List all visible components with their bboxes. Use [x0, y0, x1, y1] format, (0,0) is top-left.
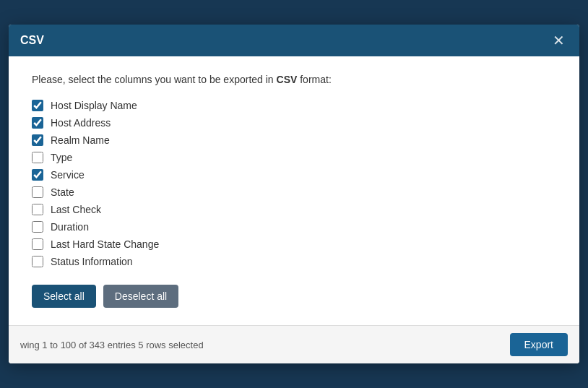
checkbox-last_hard_state_change[interactable] [32, 238, 43, 250]
export-button[interactable]: Export [510, 333, 568, 356]
instruction-suffix: format: [297, 74, 331, 85]
checkbox-label-service: Service [51, 169, 85, 181]
checkbox-label-duration: Duration [51, 221, 89, 233]
checkbox-label-last_hard_state_change: Last Hard State Change [51, 238, 159, 250]
checkbox-type[interactable] [32, 152, 43, 163]
checkbox-row-host_display_name[interactable]: Host Display Name [32, 100, 556, 111]
checkbox-row-last_hard_state_change[interactable]: Last Hard State Change [32, 238, 556, 250]
csv-modal: CSV ✕ Please, select the columns you wan… [9, 25, 579, 363]
checkbox-label-status_information: Status Information [51, 256, 133, 267]
close-button[interactable]: ✕ [550, 33, 568, 48]
select-all-button[interactable]: Select all [32, 285, 96, 308]
checkbox-row-last_check[interactable]: Last Check [32, 204, 556, 215]
checkbox-row-service[interactable]: Service [32, 169, 556, 181]
checkbox-label-host_display_name: Host Display Name [51, 100, 137, 111]
checkbox-row-state[interactable]: State [32, 186, 556, 198]
modal-backdrop: CSV ✕ Please, select the columns you wan… [0, 0, 588, 388]
button-row: Select all Deselect all [32, 285, 556, 314]
deselect-all-button[interactable]: Deselect all [103, 285, 178, 308]
modal-body: Please, select the columns you want to b… [9, 56, 579, 325]
checkbox-duration[interactable] [32, 221, 43, 233]
checkbox-row-type[interactable]: Type [32, 152, 556, 163]
checkbox-host_display_name[interactable] [32, 100, 43, 111]
checkbox-label-state: State [51, 186, 74, 198]
checkbox-state[interactable] [32, 186, 43, 198]
checkbox-label-realm_name: Realm Name [51, 134, 110, 146]
checkbox-service[interactable] [32, 169, 43, 181]
checkbox-host_address[interactable] [32, 117, 43, 129]
checkbox-row-status_information[interactable]: Status Information [32, 256, 556, 267]
modal-footer: wing 1 to 100 of 343 entries 5 rows sele… [9, 325, 579, 363]
csv-format-label: CSV [277, 74, 298, 85]
modal-title: CSV [20, 34, 44, 47]
checkbox-row-realm_name[interactable]: Realm Name [32, 134, 556, 146]
instruction-prefix: Please, select the columns you want to b… [32, 74, 277, 85]
modal-header: CSV ✕ [9, 25, 579, 56]
columns-list: Host Display NameHost AddressRealm NameT… [32, 100, 556, 267]
checkbox-row-host_address[interactable]: Host Address [32, 117, 556, 129]
checkbox-label-type: Type [51, 152, 72, 163]
instruction-text: Please, select the columns you want to b… [32, 74, 556, 85]
footer-text: wing 1 to 100 of 343 entries 5 rows sele… [20, 340, 204, 350]
checkbox-row-duration[interactable]: Duration [32, 221, 556, 233]
checkbox-last_check[interactable] [32, 204, 43, 215]
checkbox-realm_name[interactable] [32, 134, 43, 146]
checkbox-label-host_address: Host Address [51, 117, 111, 129]
checkbox-status_information[interactable] [32, 256, 43, 267]
checkbox-label-last_check: Last Check [51, 204, 101, 215]
